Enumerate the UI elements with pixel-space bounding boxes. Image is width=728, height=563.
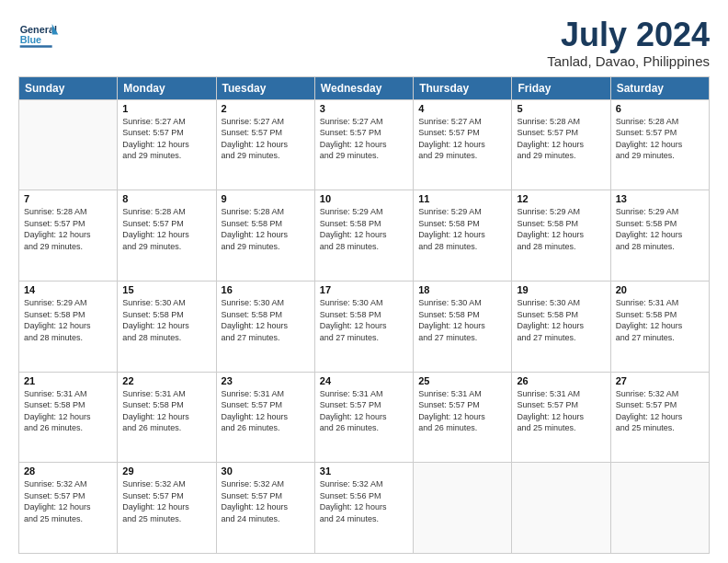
day-info: Sunrise: 5:32 AM Sunset: 5:57 PM Dayligh…	[222, 478, 310, 524]
day-info: Sunrise: 5:31 AM Sunset: 5:57 PM Dayligh…	[517, 388, 605, 434]
day-number: 9	[222, 193, 310, 204]
day-number: 7	[24, 193, 112, 204]
calendar-cell: 25Sunrise: 5:31 AM Sunset: 5:57 PM Dayli…	[414, 372, 512, 463]
calendar-cell: 23Sunrise: 5:31 AM Sunset: 5:57 PM Dayli…	[216, 372, 314, 463]
day-number: 4	[418, 103, 506, 114]
day-info: Sunrise: 5:28 AM Sunset: 5:57 PM Dayligh…	[517, 116, 605, 162]
calendar-week-row: 21Sunrise: 5:31 AM Sunset: 5:58 PM Dayli…	[19, 372, 710, 463]
page-title: July 2024	[547, 17, 710, 53]
day-number: 30	[222, 465, 310, 477]
svg-rect-3	[20, 45, 52, 48]
day-number: 25	[418, 375, 506, 386]
calendar-cell: 7Sunrise: 5:28 AM Sunset: 5:57 PM Daylig…	[19, 190, 118, 282]
calendar-cell: 8Sunrise: 5:28 AM Sunset: 5:57 PM Daylig…	[118, 190, 216, 282]
calendar-cell: 15Sunrise: 5:30 AM Sunset: 5:58 PM Dayli…	[118, 281, 216, 372]
day-number: 17	[320, 284, 408, 295]
day-info: Sunrise: 5:29 AM Sunset: 5:58 PM Dayligh…	[24, 297, 112, 343]
day-info: Sunrise: 5:30 AM Sunset: 5:58 PM Dayligh…	[222, 297, 310, 343]
calendar-cell: 2Sunrise: 5:27 AM Sunset: 5:57 PM Daylig…	[216, 99, 314, 190]
day-info: Sunrise: 5:29 AM Sunset: 5:58 PM Dayligh…	[320, 206, 408, 252]
day-number: 16	[222, 284, 310, 295]
day-info: Sunrise: 5:32 AM Sunset: 5:57 PM Dayligh…	[24, 478, 112, 524]
day-info: Sunrise: 5:32 AM Sunset: 5:56 PM Dayligh…	[320, 478, 408, 524]
day-number: 18	[418, 284, 506, 295]
day-info: Sunrise: 5:29 AM Sunset: 5:58 PM Dayligh…	[418, 206, 506, 252]
day-number: 1	[122, 103, 210, 114]
day-info: Sunrise: 5:27 AM Sunset: 5:57 PM Dayligh…	[222, 116, 310, 162]
logo-svg: General Blue	[18, 17, 64, 53]
day-info: Sunrise: 5:28 AM Sunset: 5:57 PM Dayligh…	[24, 206, 112, 252]
calendar-cell: 9Sunrise: 5:28 AM Sunset: 5:58 PM Daylig…	[216, 190, 314, 282]
calendar-cell	[610, 463, 709, 554]
day-info: Sunrise: 5:27 AM Sunset: 5:57 PM Dayligh…	[418, 116, 506, 162]
day-info: Sunrise: 5:30 AM Sunset: 5:58 PM Dayligh…	[320, 297, 408, 343]
day-number: 2	[222, 103, 310, 114]
day-info: Sunrise: 5:28 AM Sunset: 5:58 PM Dayligh…	[222, 206, 310, 252]
calendar-cell: 29Sunrise: 5:32 AM Sunset: 5:57 PM Dayli…	[118, 463, 216, 554]
day-number: 22	[122, 375, 210, 386]
calendar-cell: 1Sunrise: 5:27 AM Sunset: 5:57 PM Daylig…	[118, 99, 216, 190]
day-number: 13	[616, 193, 704, 204]
calendar-cell: 6Sunrise: 5:28 AM Sunset: 5:57 PM Daylig…	[610, 99, 709, 190]
page-subtitle: Tanlad, Davao, Philippines	[547, 53, 710, 69]
calendar-cell: 19Sunrise: 5:30 AM Sunset: 5:58 PM Dayli…	[512, 281, 610, 372]
col-sunday: Sunday	[19, 76, 118, 99]
day-number: 12	[517, 193, 605, 204]
day-info: Sunrise: 5:32 AM Sunset: 5:57 PM Dayligh…	[122, 478, 210, 524]
calendar-cell: 22Sunrise: 5:31 AM Sunset: 5:58 PM Dayli…	[118, 372, 216, 463]
day-info: Sunrise: 5:32 AM Sunset: 5:57 PM Dayligh…	[616, 388, 704, 434]
day-number: 19	[517, 284, 605, 295]
day-info: Sunrise: 5:28 AM Sunset: 5:57 PM Dayligh…	[616, 116, 704, 162]
day-info: Sunrise: 5:27 AM Sunset: 5:57 PM Dayligh…	[320, 116, 408, 162]
day-info: Sunrise: 5:30 AM Sunset: 5:58 PM Dayligh…	[122, 297, 210, 343]
day-number: 6	[616, 103, 704, 114]
calendar-cell: 21Sunrise: 5:31 AM Sunset: 5:58 PM Dayli…	[19, 372, 118, 463]
day-info: Sunrise: 5:29 AM Sunset: 5:58 PM Dayligh…	[616, 206, 704, 252]
calendar-cell	[19, 99, 118, 190]
svg-text:Blue: Blue	[20, 34, 41, 45]
day-info: Sunrise: 5:31 AM Sunset: 5:58 PM Dayligh…	[24, 388, 112, 434]
day-info: Sunrise: 5:27 AM Sunset: 5:57 PM Dayligh…	[122, 116, 210, 162]
calendar-cell: 10Sunrise: 5:29 AM Sunset: 5:58 PM Dayli…	[314, 190, 413, 282]
day-info: Sunrise: 5:30 AM Sunset: 5:58 PM Dayligh…	[517, 297, 605, 343]
day-number: 29	[122, 465, 210, 477]
day-number: 24	[320, 375, 408, 386]
day-number: 3	[320, 103, 408, 114]
calendar-cell: 28Sunrise: 5:32 AM Sunset: 5:57 PM Dayli…	[19, 463, 118, 554]
calendar-cell: 20Sunrise: 5:31 AM Sunset: 5:58 PM Dayli…	[610, 281, 709, 372]
calendar-cell: 17Sunrise: 5:30 AM Sunset: 5:58 PM Dayli…	[314, 281, 413, 372]
day-info: Sunrise: 5:31 AM Sunset: 5:58 PM Dayligh…	[122, 388, 210, 434]
calendar-table: Sunday Monday Tuesday Wednesday Thursday…	[18, 76, 710, 554]
calendar-cell: 11Sunrise: 5:29 AM Sunset: 5:58 PM Dayli…	[414, 190, 512, 282]
calendar-cell: 3Sunrise: 5:27 AM Sunset: 5:57 PM Daylig…	[314, 99, 413, 190]
day-info: Sunrise: 5:31 AM Sunset: 5:58 PM Dayligh…	[616, 297, 704, 343]
title-block: July 2024 Tanlad, Davao, Philippines	[547, 17, 710, 69]
day-info: Sunrise: 5:28 AM Sunset: 5:57 PM Dayligh…	[122, 206, 210, 252]
calendar-cell: 24Sunrise: 5:31 AM Sunset: 5:57 PM Dayli…	[314, 372, 413, 463]
calendar-cell: 26Sunrise: 5:31 AM Sunset: 5:57 PM Dayli…	[512, 372, 610, 463]
day-number: 28	[24, 465, 112, 477]
calendar-cell: 14Sunrise: 5:29 AM Sunset: 5:58 PM Dayli…	[19, 281, 118, 372]
calendar-body: 1Sunrise: 5:27 AM Sunset: 5:57 PM Daylig…	[19, 99, 710, 553]
col-monday: Monday	[118, 76, 216, 99]
day-info: Sunrise: 5:30 AM Sunset: 5:58 PM Dayligh…	[418, 297, 506, 343]
day-info: Sunrise: 5:31 AM Sunset: 5:57 PM Dayligh…	[418, 388, 506, 434]
calendar-cell: 30Sunrise: 5:32 AM Sunset: 5:57 PM Dayli…	[216, 463, 314, 554]
col-tuesday: Tuesday	[216, 76, 314, 99]
calendar-week-row: 1Sunrise: 5:27 AM Sunset: 5:57 PM Daylig…	[19, 99, 710, 190]
day-number: 15	[122, 284, 210, 295]
calendar-cell: 12Sunrise: 5:29 AM Sunset: 5:58 PM Dayli…	[512, 190, 610, 282]
day-info: Sunrise: 5:29 AM Sunset: 5:58 PM Dayligh…	[517, 206, 605, 252]
calendar-cell: 5Sunrise: 5:28 AM Sunset: 5:57 PM Daylig…	[512, 99, 610, 190]
day-number: 27	[616, 375, 704, 386]
page: General Blue July 2024 Tanlad, Davao, Ph…	[0, 0, 728, 563]
day-number: 21	[24, 375, 112, 386]
calendar-cell: 31Sunrise: 5:32 AM Sunset: 5:56 PM Dayli…	[314, 463, 413, 554]
logo: General Blue	[18, 17, 64, 53]
day-number: 26	[517, 375, 605, 386]
calendar-cell: 4Sunrise: 5:27 AM Sunset: 5:57 PM Daylig…	[414, 99, 512, 190]
calendar-cell	[512, 463, 610, 554]
calendar-week-row: 7Sunrise: 5:28 AM Sunset: 5:57 PM Daylig…	[19, 190, 710, 282]
header: General Blue July 2024 Tanlad, Davao, Ph…	[18, 17, 710, 69]
day-number: 10	[320, 193, 408, 204]
